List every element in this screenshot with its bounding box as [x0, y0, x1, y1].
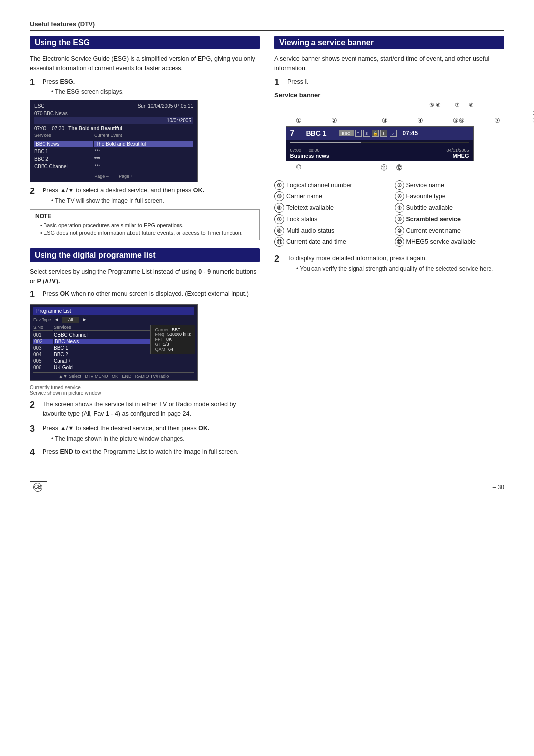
esg-col2-header: Current Event — [94, 133, 193, 139]
callout-2: ② — [395, 180, 404, 190]
prog-gi-label: GI — [155, 342, 160, 347]
viewing-step2: 2 To display more detailed information, … — [274, 254, 504, 273]
callout-2-text: Service name — [406, 182, 444, 189]
prog-fav-label: Fav Type — [33, 317, 51, 322]
esg-title-label: ESG — [34, 103, 44, 109]
step2-bullet: The TV will show the image in full scree… — [43, 196, 204, 205]
viewing-intro: A service banner shows event names, star… — [274, 54, 504, 73]
prog-fav-arrow-left-icon: ◄ — [54, 317, 59, 322]
prog-info-fft: FFT 8K — [155, 337, 191, 342]
callout-item-2: ② Service name — [395, 180, 505, 190]
section-label: Useful features (DTV) — [30, 20, 95, 28]
c10: ⑩ — [296, 163, 302, 172]
viewing-step2-num: 2 — [274, 254, 283, 265]
callout-item-6: ⑥ Subtitle available — [395, 203, 505, 213]
step1-bullet: The ESG screen displays. — [43, 87, 124, 96]
footer-circle-icon: GB — [33, 483, 42, 492]
prog-carrier-label: Carrier — [155, 327, 169, 332]
esg-row2-service: BBC 1 — [34, 148, 93, 155]
viewing-section: Viewing a service banner A service banne… — [274, 36, 504, 273]
banner-progress-fill — [290, 142, 362, 143]
banner-progress-bar — [290, 142, 469, 143]
step2-instruction: Press ▲/▼ to select a desired service, a… — [43, 187, 204, 194]
digital-programme-section: Using the digital programme list Select … — [30, 248, 260, 458]
banner-mheg: MHEG — [411, 153, 469, 159]
dp-step4-num: 4 — [30, 447, 39, 458]
step1-instruction: Press ESG. — [43, 78, 75, 85]
step2-num: 2 — [30, 186, 39, 197]
esg-row3-service: BBC 2 — [34, 156, 93, 162]
callout-item-11: ⑪ Current date and time — [274, 237, 385, 247]
c1: ① — [296, 117, 302, 124]
left-column: Using the ESG The Electronic Service Gui… — [30, 36, 260, 462]
prog-gi-value: 1/8 — [163, 342, 169, 347]
right-column: Viewing a service banner A service banne… — [274, 36, 504, 462]
note-item-1: Basic operation procedures are similar t… — [35, 222, 254, 229]
main-content: Using the ESG The Electronic Service Gui… — [30, 36, 504, 462]
esg-event-time: 07:00 – 07:30 — [34, 126, 64, 131]
esg-row4-service: CBBC Channel — [34, 163, 93, 170]
callout-item-3: ③ Carrier name — [274, 191, 385, 201]
c89: ⑧ ⑨ — [532, 109, 534, 124]
banner-right-cell: 04/11/2005 MHEG — [411, 148, 469, 159]
callout-7-text: Lock status — [286, 216, 317, 223]
banner-box: 7 BBC 1 BBC T S — [286, 126, 474, 161]
callout-11-text: Current date and time — [286, 238, 346, 245]
callout-4-text: Favourite type — [406, 193, 445, 200]
prog-carrier-value: BBC — [172, 327, 181, 332]
dp-step3-num: 3 — [30, 424, 39, 435]
audio-icon: ♪ — [390, 130, 397, 137]
prog-row5-svc: Canal + — [54, 358, 194, 364]
viewing-step1-instruction: Press i. — [287, 78, 308, 85]
callout-9: ⑨ — [274, 226, 284, 236]
dp-step1-instruction: Press OK when no other menu screen is di… — [43, 290, 249, 297]
top-callout-row: ⑤ ⑥ ⑦ ⑧ — [286, 102, 493, 108]
esg-screen-header: ESG Sun 10/04/2005 07:05:11 — [34, 103, 193, 109]
viewing-step1-num: 1 — [274, 77, 283, 88]
callout-8-text: Scrambled service — [406, 216, 461, 223]
step1-num: 1 — [30, 77, 39, 88]
viewing-step2-instruction: To display more detailed information, pr… — [287, 255, 427, 262]
carrier-indicator: BBC — [339, 130, 354, 136]
esg-screen: ESG Sun 10/04/2005 07:05:11 070 BBC News… — [30, 100, 198, 182]
prog-fav-arrow-right-icon: ► — [82, 317, 87, 322]
dp-step2: 2 The screen shows the service list in e… — [30, 400, 260, 421]
note-item-2: ESG does not provide information about f… — [35, 229, 254, 236]
dp-step3-bullet: The image shown in the picture window ch… — [43, 434, 209, 443]
viewing-step2-bullet: You can verify the signal strength and q… — [287, 264, 493, 273]
prog-row4-sno: 004 — [33, 352, 53, 357]
prog-screen: Programme List Fav Type ◄ All ► S.No Ser… — [30, 304, 198, 381]
note-title: NOTE — [35, 213, 254, 220]
dp-step1-num: 1 — [30, 289, 39, 300]
callout-5-pos: ⑤ ⑥ — [429, 102, 441, 108]
bottom-numbers-row: ⑩ ⑪ ⑫ — [286, 163, 493, 172]
page-header: Useful features (DTV) — [30, 20, 504, 31]
esg-date-shown: 10/04/2005 — [34, 117, 193, 124]
callout-10: ⑩ — [395, 226, 404, 236]
prog-row1-sno: 001 — [33, 332, 53, 338]
c7: ⑦ — [494, 117, 500, 124]
prog-tuned-label: Currently tuned service — [30, 385, 260, 390]
esg-channel: 070 BBC News — [34, 110, 193, 117]
esg-datetime: Sun 10/04/2005 07:05:11 — [138, 103, 193, 109]
callout-item-5: ⑤ Teletext available — [274, 203, 385, 213]
callout-9-text: Multi audio status — [286, 227, 334, 234]
banner-progress-area — [286, 140, 473, 146]
esg-event-name: The Bold and Beautiful — [68, 126, 122, 131]
digital-intro: Select services by using the Programme L… — [30, 267, 260, 286]
callout-3: ③ — [274, 191, 284, 201]
esg-step1: 1 Press ESG. The ESG screen displays. — [30, 77, 260, 96]
dp-step4-instruction: Press END to exit the Programme List to … — [43, 448, 239, 455]
note-box: NOTE Basic operation procedures are simi… — [30, 209, 260, 240]
prog-fft-label: FFT — [155, 337, 163, 342]
banner-channel-name: BBC 1 — [306, 129, 327, 137]
callout-8-pos: ⑧ — [469, 102, 474, 108]
esg-page-prev: Page – — [94, 174, 109, 179]
callout-8: ⑧ — [395, 214, 404, 224]
dp-step3: 3 Press ▲/▼ to select the desired servic… — [30, 424, 260, 443]
banner-empty-cell — [351, 148, 409, 159]
esg-page-next: Page + — [119, 174, 133, 179]
c3: ③ — [382, 117, 388, 124]
esg-section: Using the ESG The Electronic Service Gui… — [30, 36, 260, 240]
dp-step3-instruction: Press ▲/▼ to select the desired service,… — [43, 425, 209, 432]
